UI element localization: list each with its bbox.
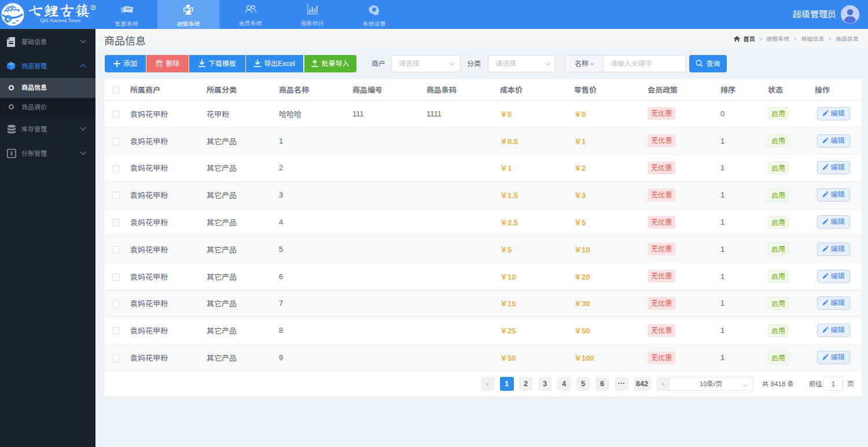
svg-text:¥: ¥	[9, 150, 13, 157]
